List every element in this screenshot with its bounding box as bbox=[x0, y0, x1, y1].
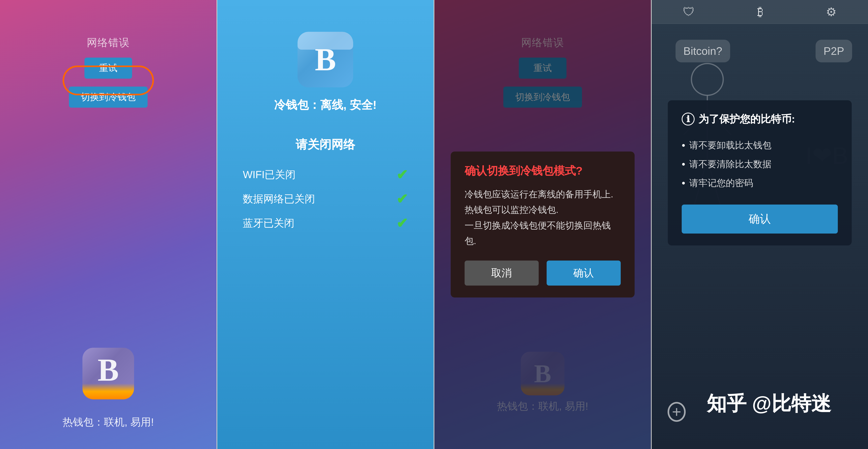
bluetooth-row: 蓝牙已关闭 ✔ bbox=[239, 213, 412, 233]
dialog-buttons: 取消 确认 bbox=[465, 261, 621, 286]
confirm-dialog: 确认切换到冷钱包模式? 冷钱包应该运行在离线的备用手机上.热钱包可以监控冷钱包.… bbox=[451, 152, 634, 297]
data-row: 数据网络已关闭 ✔ bbox=[239, 189, 412, 209]
panel-hot-wallet: 网络错误 重试 切换到冷钱包 B 热钱包：联机, 易用! bbox=[0, 0, 217, 449]
flame-decoration bbox=[83, 383, 134, 399]
network-section: 请关闭网络 WIFI已关闭 ✔ 数据网络已关闭 ✔ 蓝牙已关闭 ✔ bbox=[239, 137, 412, 233]
protection-dialog-title: ℹ 为了保护您的比特币: bbox=[682, 112, 838, 126]
panel-protection: 🛡 ₿ ⚙ Bitcoin? P2P I❤B ℹ bbox=[652, 0, 868, 449]
bitcoin-tab-icon[interactable]: ₿ bbox=[757, 5, 763, 19]
svg-point-0 bbox=[691, 64, 723, 95]
shield-icon[interactable]: 🛡 bbox=[683, 5, 695, 19]
panel-confirm-switch: 网络错误 重试 切换到冷钱包 确认切换到冷钱包模式? 冷钱包应该运行在离线的备用… bbox=[434, 0, 651, 449]
protection-list: 请不要卸载比太钱包 请不要清除比太数据 请牢记您的密码 bbox=[682, 136, 838, 193]
hot-wallet-icon: B bbox=[83, 348, 134, 399]
network-section-title: 请关闭网络 bbox=[296, 137, 355, 153]
btc-letter-p1: B bbox=[97, 352, 119, 388]
dialog-overlay: 确认切换到冷钱包模式? 冷钱包应该运行在离线的备用手机上.热钱包可以监控冷钱包.… bbox=[434, 0, 651, 449]
toolbar: 🛡 ₿ ⚙ bbox=[652, 0, 868, 24]
protection-confirm-button[interactable]: 确认 bbox=[682, 204, 838, 233]
cold-wallet-icon: B bbox=[298, 32, 353, 87]
wifi-label: WIFI已关闭 bbox=[243, 168, 296, 182]
zhihu-label: 知乎 @比特迷 bbox=[686, 390, 852, 433]
p2p-speech-bubble: P2P bbox=[815, 40, 852, 62]
protection-item-3: 请牢记您的密码 bbox=[682, 174, 838, 193]
panel4-footer: + 知乎 @比特迷 bbox=[652, 382, 868, 449]
dialog-title: 确认切换到冷钱包模式? bbox=[465, 163, 621, 179]
cold-section: B 冷钱包：离线, 安全! bbox=[274, 32, 377, 113]
gear-icon[interactable]: ⚙ bbox=[826, 5, 837, 19]
error-title-p1: 网络错误 bbox=[87, 36, 130, 50]
protection-dialog: ℹ 为了保护您的比特币: 请不要卸载比太钱包 请不要清除比太数据 请牢记您的密码… bbox=[668, 100, 852, 246]
wifi-row: WIFI已关闭 ✔ bbox=[239, 165, 412, 185]
info-icon-text: ℹ bbox=[686, 114, 690, 124]
protection-item-1: 请不要卸载比太钱包 bbox=[682, 136, 838, 155]
bluetooth-check-icon: ✔ bbox=[396, 215, 408, 231]
confirm-button[interactable]: 确认 bbox=[547, 261, 621, 286]
btc-letter-cold: B bbox=[315, 41, 336, 78]
data-check-icon: ✔ bbox=[396, 191, 408, 207]
protection-item-1-text: 请不要卸载比太钱包 bbox=[689, 137, 772, 154]
bluetooth-label: 蓝牙已关闭 bbox=[243, 216, 294, 230]
bitcoin-speech-bubble: Bitcoin? bbox=[676, 40, 730, 62]
switch-cold-button-p1[interactable]: 切换到冷钱包 bbox=[69, 87, 148, 108]
error-section-panel1: 网络错误 重试 切换到冷钱包 bbox=[69, 36, 148, 108]
dialog-body: 冷钱包应该运行在离线的备用手机上.热钱包可以监控冷钱包.一旦切换成冷钱包便不能切… bbox=[465, 187, 621, 249]
wifi-check-icon: ✔ bbox=[396, 167, 408, 183]
data-label: 数据网络已关闭 bbox=[243, 192, 315, 206]
info-icon: ℹ bbox=[682, 113, 694, 126]
protection-item-2-text: 请不要清除比太数据 bbox=[689, 156, 772, 173]
illustration-area: Bitcoin? P2P I❤B ℹ 为了保护您的比特币: bbox=[652, 24, 868, 282]
panel-cold-wallet: B 冷钱包：离线, 安全! 请关闭网络 WIFI已关闭 ✔ 数据网络已关闭 ✔ … bbox=[217, 0, 434, 449]
retry-button-p1[interactable]: 重试 bbox=[85, 58, 132, 78]
hot-wallet-label: 热钱包：联机, 易用! bbox=[63, 415, 154, 429]
dialog-body-text: 冷钱包应该运行在离线的备用手机上.热钱包可以监控冷钱包.一旦切换成冷钱包便不能切… bbox=[465, 189, 613, 246]
cancel-button[interactable]: 取消 bbox=[465, 261, 539, 286]
protection-item-2: 请不要清除比太数据 bbox=[682, 155, 838, 174]
add-circle-icon[interactable]: + bbox=[668, 402, 686, 422]
protection-item-3-text: 请牢记您的密码 bbox=[689, 174, 753, 192]
protection-title-text: 为了保护您的比特币: bbox=[699, 112, 795, 126]
cold-wallet-title: 冷钱包：离线, 安全! bbox=[274, 97, 377, 113]
